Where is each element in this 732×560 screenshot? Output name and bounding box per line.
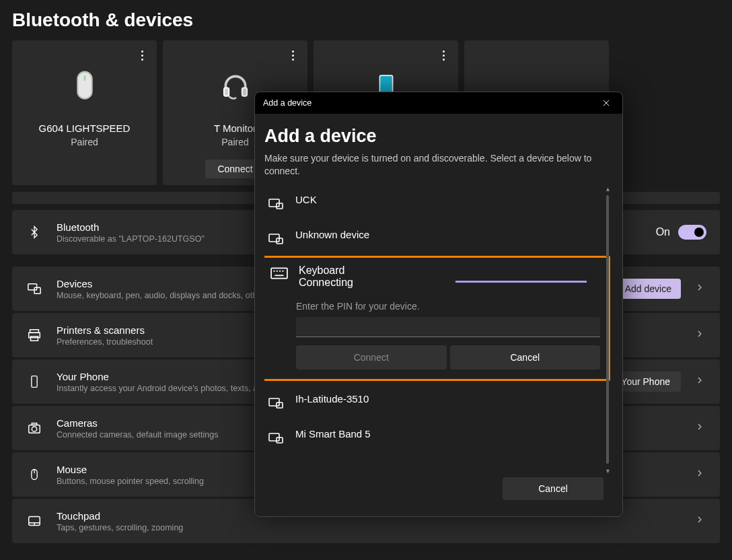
close-icon[interactable]	[598, 95, 614, 111]
row-title: Bluetooth	[57, 221, 205, 233]
touchpad-icon	[26, 514, 43, 528]
svg-rect-9	[31, 337, 38, 341]
device-item[interactable]: Mi Smart Band 5	[264, 420, 606, 455]
svg-rect-23	[271, 268, 287, 278]
dialog-cancel-button[interactable]: Cancel	[503, 477, 603, 500]
laptop-icon	[267, 394, 285, 412]
svg-rect-13	[32, 423, 36, 425]
device-name: Mi Smart Band 5	[295, 428, 603, 440]
row-sub: Discoverable as "LAPTOP-162UTGSO"	[57, 234, 205, 244]
row-sub: Taps, gestures, scrolling, zooming	[57, 523, 183, 532]
svg-rect-6	[34, 287, 40, 293]
row-title: Touchpad	[57, 510, 183, 522]
pin-entry-panel: Keyboard Connecting Enter the PIN for yo…	[264, 256, 610, 381]
svg-rect-2	[223, 88, 228, 96]
chevron-right-icon	[694, 514, 705, 528]
more-icon[interactable]	[135, 48, 149, 62]
headset-icon	[219, 67, 252, 105]
chevron-right-icon	[694, 282, 705, 295]
device-item[interactable]: Ih-Latitude-3510	[264, 385, 606, 420]
display-icon	[267, 195, 285, 213]
dialog-heading: Add a device	[264, 126, 613, 147]
dialog-subtext: Make sure your device is turned on and d…	[264, 152, 613, 178]
toggle-state-label: On	[656, 226, 670, 238]
display-icon	[267, 230, 285, 248]
row-sub: Connected cameras, default image setting…	[57, 430, 218, 440]
pin-prompt-label: Enter the PIN for your device.	[296, 301, 600, 312]
page-title: Bluetooth & devices	[0, 0, 732, 40]
device-name: Keyboard	[299, 265, 353, 277]
row-title: Your Phone	[57, 371, 267, 382]
svg-rect-10	[32, 376, 37, 388]
more-icon[interactable]	[286, 48, 299, 62]
device-tile[interactable]: G604 LIGHTSPEED Paired	[12, 40, 157, 185]
device-name: G604 LIGHTSPEED	[39, 123, 131, 134]
phone-icon	[26, 375, 43, 388]
bluetooth-icon	[26, 225, 43, 239]
chevron-right-icon	[694, 421, 705, 435]
cancel-button[interactable]: Cancel	[450, 345, 601, 370]
display-icon	[267, 429, 285, 447]
row-sub: Preferences, troubleshoot	[57, 337, 153, 347]
chevron-right-icon	[694, 468, 705, 481]
more-icon[interactable]	[437, 48, 450, 62]
device-name: Ih-Latitude-3510	[295, 393, 603, 405]
svg-rect-5	[28, 284, 37, 290]
mouse-icon	[26, 468, 43, 481]
mouse-icon	[69, 67, 101, 105]
device-status: Connecting	[299, 277, 353, 289]
add-device-button[interactable]: Add device	[616, 279, 681, 299]
row-title: Mouse	[57, 464, 204, 475]
svg-point-12	[32, 427, 36, 431]
add-device-dialog: Add a device Add a device Make sure your…	[254, 92, 623, 517]
device-name: T Monitor	[214, 123, 256, 134]
device-name: UCK	[295, 194, 603, 205]
row-sub: Buttons, mouse pointer speed, scrolling	[57, 477, 204, 486]
row-title: Cameras	[57, 417, 218, 429]
row-sub: Instantly access your Android device's p…	[57, 384, 267, 393]
devices-icon	[26, 281, 43, 296]
device-item[interactable]: UCK	[264, 186, 606, 221]
dialog-titlebar: Add a device	[255, 92, 622, 114]
progress-indicator	[455, 281, 587, 283]
scrollbar[interactable]: ▲ ▼	[603, 186, 612, 473]
row-title: Printers & scanners	[57, 324, 153, 336]
pin-input[interactable]	[296, 317, 600, 337]
svg-rect-3	[242, 88, 246, 96]
chevron-right-icon	[694, 375, 705, 388]
device-status: Paired	[221, 137, 248, 147]
camera-icon	[26, 421, 43, 435]
device-list: UCK Unknown device Keyboard Connecting	[264, 186, 613, 473]
connect-button[interactable]: Connect	[296, 345, 447, 370]
device-name: Unknown device	[295, 229, 603, 240]
bluetooth-toggle[interactable]	[678, 225, 706, 240]
dialog-titlebar-text: Add a device	[263, 98, 312, 108]
keyboard-icon	[270, 265, 288, 282]
row-sub: Mouse, keyboard, pen, audio, displays an…	[57, 291, 264, 300]
device-item[interactable]: Unknown device	[264, 221, 606, 256]
printers-icon	[26, 328, 43, 343]
row-title: Devices	[57, 278, 264, 289]
chevron-right-icon	[694, 328, 705, 342]
device-status: Paired	[71, 137, 98, 147]
